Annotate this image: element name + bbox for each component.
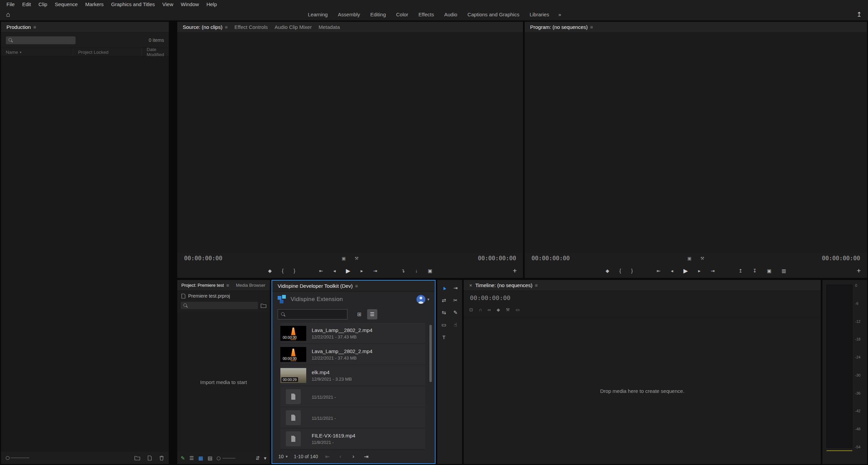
new-item-icon[interactable] (148, 455, 152, 461)
go-to-in-icon[interactable]: ⇤ (319, 268, 323, 273)
list-view-icon[interactable]: ☰ (367, 309, 377, 319)
workspace-overflow-icon[interactable]: » (554, 12, 565, 17)
menu-help[interactable]: Help (203, 1, 221, 7)
asset-row[interactable]: 00:00:30 Lava_Lamp__2802_2.mp4 12/22/202… (280, 323, 425, 344)
delete-icon[interactable] (159, 455, 164, 461)
column-name[interactable]: Name ▾ (1, 48, 73, 56)
menu-markers[interactable]: Markers (81, 1, 107, 7)
pen-tool[interactable]: ✎ (450, 308, 461, 317)
column-project-locked[interactable]: Project Locked (73, 48, 142, 56)
step-forward-icon[interactable]: ▸ (361, 268, 363, 273)
grid-view-icon[interactable]: ⊞ (354, 309, 364, 319)
scrollbar[interactable] (429, 324, 432, 448)
menu-window[interactable]: Window (177, 1, 202, 7)
lift-icon[interactable]: ↥ (738, 268, 742, 273)
production-search[interactable] (6, 36, 76, 44)
column-date-modified[interactable]: Date Modified (142, 48, 169, 56)
tab-overflow-icon[interactable]: » (269, 283, 270, 288)
tab-source[interactable]: Source: (no clips) ≡ (179, 22, 231, 32)
workspace-tab-audio[interactable]: Audio (439, 12, 462, 17)
panel-menu-icon[interactable]: ≡ (225, 24, 228, 30)
project-writable-icon[interactable]: ✎ (181, 455, 185, 461)
track-select-tool[interactable]: ⇥ (450, 283, 461, 293)
export-frame-icon[interactable]: ▣ (428, 268, 432, 273)
settings-wrench-icon[interactable]: ⚒ (355, 256, 359, 261)
slip-tool[interactable]: ⇆ (438, 308, 450, 317)
workspace-tab-learning[interactable]: Learning (303, 12, 333, 17)
step-back-icon[interactable]: ◂ (333, 268, 336, 273)
menu-file[interactable]: File (3, 1, 18, 7)
menu-edit[interactable]: Edit (18, 1, 35, 7)
add-marker-icon[interactable]: ◆ (268, 268, 272, 273)
go-to-in-icon[interactable]: ⇤ (657, 268, 661, 273)
hand-tool[interactable]: ☝ (450, 320, 461, 330)
page-size-select[interactable]: 10 ▾ (278, 454, 288, 459)
tab-timeline[interactable]: × Timeline: (no sequences) ≡ (466, 280, 541, 290)
last-page-button[interactable]: ⇥ (363, 453, 370, 460)
new-bin-icon[interactable] (134, 455, 140, 460)
close-icon[interactable]: × (469, 282, 472, 288)
panel-menu-icon[interactable]: ≡ (535, 283, 538, 288)
source-current-timecode[interactable]: 00:00:00:00 (184, 255, 223, 262)
asset-row[interactable]: 00:00:29 elk.mp4 12/9/2021 - 3.23 MB (280, 365, 425, 386)
panel-menu-icon[interactable]: ≡ (226, 283, 229, 288)
more-options-icon[interactable]: ▾ (264, 455, 266, 461)
zoom-slider-track[interactable] (11, 458, 29, 458)
workspace-tab-color[interactable]: Color (391, 12, 413, 17)
tab-vidispine-toolkit[interactable]: Vidispine Developer Toolkit (Dev) ≡ (274, 281, 361, 291)
tab-project[interactable]: Project: Premiere test ≡ (178, 280, 232, 290)
type-tool[interactable]: T (438, 332, 450, 342)
thumbnail-zoom-slider[interactable] (217, 456, 235, 460)
vidispine-search[interactable] (278, 309, 347, 319)
first-page-button[interactable]: ⇤ (324, 453, 331, 460)
nest-toggle-icon[interactable]: ⊡ (469, 307, 473, 312)
vidispine-search-input[interactable] (288, 312, 344, 317)
workspace-tab-editing[interactable]: Editing (365, 12, 391, 17)
selection-tool[interactable]: ► (438, 283, 450, 293)
menu-graphics-titles[interactable]: Graphics and Titles (108, 1, 159, 7)
timeline-settings-icon[interactable]: ⚒ (506, 307, 510, 312)
button-editor-icon[interactable]: + (513, 267, 517, 275)
snap-icon[interactable]: ∩ (479, 307, 482, 312)
workspace-tab-assembly[interactable]: Assembly (333, 12, 365, 17)
mark-out-icon[interactable]: } (631, 268, 633, 273)
comparison-view-icon[interactable]: ▥ (782, 268, 786, 273)
mark-in-icon[interactable]: { (619, 268, 621, 273)
zoom-slider[interactable] (6, 456, 10, 460)
go-to-out-icon[interactable]: ⇥ (373, 268, 377, 273)
account-caret-icon[interactable]: ▾ (427, 297, 429, 302)
tab-effect-controls[interactable]: Effect Controls (231, 22, 271, 32)
play-icon[interactable]: ▶ (684, 267, 688, 275)
asset-row[interactable]: 00:00:30 Lava_Lamp__2802_2.mp4 12/22/202… (280, 344, 425, 365)
project-search-input[interactable] (190, 303, 255, 308)
workspace-tab-captions-graphics[interactable]: Captions and Graphics (462, 12, 525, 17)
menu-sequence[interactable]: Sequence (51, 1, 82, 7)
add-marker-icon[interactable]: ◆ (497, 307, 500, 312)
panel-menu-icon[interactable]: ≡ (590, 24, 593, 30)
icon-view-icon[interactable]: ▦ (198, 455, 203, 461)
razor-tool[interactable]: ✂ (450, 296, 461, 305)
timeline-drop-area[interactable]: Drop media here to create sequence. (464, 318, 821, 464)
program-current-timecode[interactable]: 00:00:00:00 (531, 255, 570, 262)
quick-export-icon[interactable]: ↥ (856, 11, 862, 18)
go-to-out-icon[interactable]: ⇥ (711, 268, 715, 273)
step-back-icon[interactable]: ◂ (671, 268, 673, 273)
menu-clip[interactable]: Clip (35, 1, 51, 7)
workspace-tab-libraries[interactable]: Libraries (524, 12, 554, 17)
captions-icon[interactable]: ▭ (515, 307, 520, 312)
button-editor-icon[interactable]: + (857, 267, 861, 275)
search-bin-icon[interactable] (261, 303, 266, 308)
export-frame-icon[interactable]: ▣ (767, 268, 771, 273)
sort-icon[interactable]: ⇵ (256, 455, 260, 461)
settings-wrench-icon[interactable]: ⚒ (700, 256, 704, 261)
tab-production[interactable]: Production ≡ (3, 22, 39, 32)
tab-program[interactable]: Program: (no sequences) ≡ (527, 22, 596, 32)
freeform-view-icon[interactable]: ▤ (208, 455, 212, 461)
scrollbar-thumb[interactable] (429, 325, 432, 382)
prev-page-button[interactable]: ‹ (337, 453, 344, 460)
mark-in-icon[interactable]: { (282, 268, 283, 273)
list-view-icon[interactable]: ☰ (190, 455, 194, 461)
mark-out-icon[interactable]: } (294, 268, 295, 273)
output-icon[interactable]: ▣ (687, 256, 691, 261)
asset-row[interactable]: 11/11/2021 - (280, 407, 425, 428)
